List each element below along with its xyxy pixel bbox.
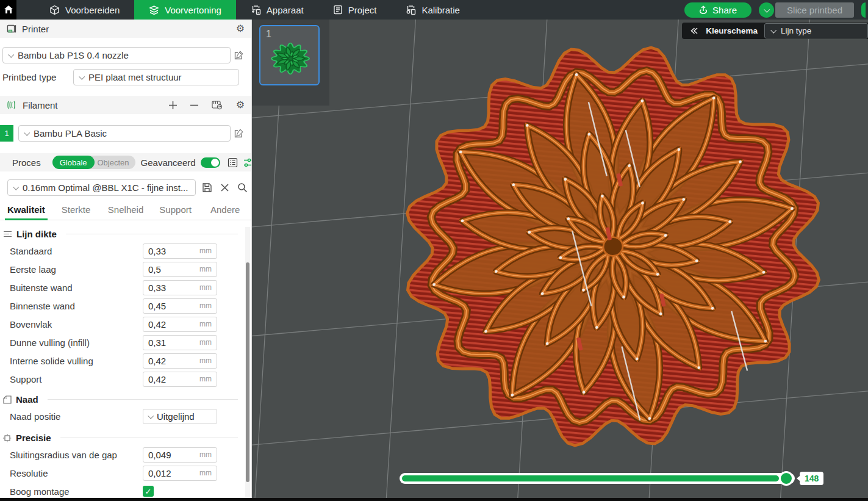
tune-icon[interactable] — [243, 157, 252, 168]
bottom-strip — [0, 498, 868, 501]
setting-input[interactable]: 0,42mm — [143, 372, 217, 387]
clear-preset-icon[interactable] — [221, 184, 229, 192]
printer-section-header: Printer ⚙ — [0, 20, 251, 38]
process-section-header: Proces Globale Objecten Geavanceerd — [0, 153, 251, 171]
sidebar-scrollbar-thumb[interactable] — [246, 262, 249, 482]
chevron-down-icon — [770, 27, 777, 34]
filament-section-header: Filament ⚙ — [0, 96, 251, 114]
parameter-list-icon[interactable] — [228, 157, 238, 168]
process-section-title: Proces — [12, 157, 41, 168]
search-icon[interactable] — [237, 182, 248, 193]
seam-position-select[interactable]: Uitgelijnd — [143, 409, 217, 424]
tab-snelheid[interactable]: Snelheid — [101, 204, 151, 220]
bambu-studio-window: Voorbereiden Voorvertoning Apparaat Proj… — [0, 0, 868, 501]
section-divider — [66, 234, 238, 234]
setting-label: Bovenvlak — [10, 319, 52, 330]
printer-edit-button[interactable] — [231, 51, 246, 60]
setting-unit: mm — [199, 338, 212, 347]
collapse-double-chevron-icon[interactable] — [690, 27, 699, 35]
setting-label: Naad positie — [10, 411, 60, 422]
scope-global-option[interactable]: Globale — [52, 156, 95, 169]
remove-filament-icon[interactable] — [190, 101, 198, 109]
save-preset-icon[interactable] — [202, 182, 212, 193]
filament-preset-select[interactable]: Bambu PLA Basic — [18, 125, 231, 142]
home-button[interactable] — [0, 0, 16, 20]
sliced-model-preview — [252, 20, 868, 498]
section-divider — [60, 438, 238, 438]
tab-kwaliteit[interactable]: Kwaliteit — [1, 204, 51, 220]
filament-settings-gear-icon[interactable]: ⚙ — [236, 100, 245, 110]
tab-andere[interactable]: Andere — [200, 204, 250, 220]
setting-input[interactable]: 0,5mm — [143, 262, 217, 277]
setting-unit: mm — [199, 265, 212, 273]
tab-sterkte[interactable]: Sterkte — [51, 204, 101, 220]
share-label: Share — [712, 5, 737, 15]
advanced-toggle[interactable] — [201, 157, 220, 168]
scope-objects-option[interactable]: Objecten — [95, 158, 135, 167]
setting-input[interactable]: 0,31mm — [143, 335, 217, 350]
filament-edit-button[interactable] — [231, 129, 246, 139]
tab-apparaat[interactable]: Apparaat — [236, 0, 318, 20]
slice-printbed-button[interactable]: Slice printbed — [775, 2, 854, 18]
tab-voorvertoning[interactable]: Voorvertoning — [134, 0, 236, 20]
setting-input[interactable]: 0,012mm — [143, 466, 217, 481]
bed-type-label: Printbed type — [2, 72, 73, 82]
setting-value: Uitgelijnd — [157, 411, 195, 422]
viewport-3d[interactable]: 1 Kleurschema Lijn type 148 — [252, 20, 868, 498]
setting-input[interactable]: 0,33mm — [143, 280, 217, 295]
tab-kalibratie[interactable]: Kalibratie — [391, 0, 475, 20]
setting-row: Sluitingsradius van de gap0,049mm — [0, 445, 251, 464]
tab-support[interactable]: Support — [151, 204, 201, 220]
setting-row: Binnenste wand0,45mm — [0, 297, 251, 315]
chevron-down-icon — [79, 74, 85, 80]
plate-number: 1 — [266, 29, 271, 40]
precision-section-header: Precisie — [0, 430, 251, 445]
print-button-edge[interactable] — [861, 2, 866, 18]
ams-icon[interactable] — [212, 100, 223, 110]
share-icon — [699, 5, 708, 15]
layer-slider-fill — [402, 475, 779, 481]
bed-type-select[interactable]: PEI plaat met structuur — [73, 69, 239, 85]
process-tabs: Kwaliteit Sterkte Snelheid Support Ander… — [0, 203, 251, 220]
setting-unit: mm — [199, 469, 212, 477]
setting-input[interactable]: 0,33mm — [143, 243, 217, 259]
arc-fitting-checkbox[interactable]: ✓ — [143, 486, 154, 497]
slice-dropdown-button[interactable] — [759, 2, 774, 18]
line-width-icon — [3, 230, 12, 238]
line-width-section-header: Lijn dikte — [0, 226, 251, 242]
tab-voorbereiden[interactable]: Voorbereiden — [35, 0, 134, 20]
setting-input[interactable]: 0,42mm — [143, 353, 217, 369]
setting-input[interactable]: 0,049mm — [143, 447, 217, 463]
add-filament-icon[interactable] — [169, 101, 177, 109]
setting-value: 0,42 — [148, 319, 166, 330]
line-type-select[interactable]: Lijn type — [764, 23, 868, 38]
share-button[interactable]: Share — [684, 2, 751, 18]
setting-label: Dunne vulling (infill) — [10, 337, 90, 348]
setting-unit: mm — [199, 247, 212, 255]
process-preset-select[interactable]: 0.16mm Optimal @BBL X1C - fijne inst... — [7, 179, 196, 196]
setting-label: Buitenste wand — [10, 283, 73, 293]
setting-value: 0,5 — [148, 264, 161, 275]
printer-settings-gear-icon[interactable]: ⚙ — [236, 24, 245, 34]
filament-slot-badge[interactable]: 1 — [0, 125, 13, 142]
setting-row: Eerste laag0,5mm — [0, 260, 251, 278]
setting-value: 0,31 — [148, 337, 166, 348]
edit-icon — [234, 129, 243, 139]
setting-row: Buitenste wand0,33mm — [0, 278, 251, 297]
section-title: Lijn dikte — [16, 229, 57, 239]
tab-project[interactable]: Project — [318, 0, 392, 20]
filament-section-title: Filament — [23, 100, 58, 110]
preview-layers-icon — [149, 5, 159, 15]
setting-unit: mm — [199, 356, 212, 365]
layer-slider-knob[interactable] — [779, 471, 794, 486]
setting-input[interactable]: 0,45mm — [143, 298, 217, 314]
setting-input[interactable]: 0,42mm — [143, 317, 217, 332]
plate-thumbnail[interactable]: 1 — [259, 25, 320, 85]
setting-row: Interne solide vulling0,42mm — [0, 351, 251, 370]
device-icon — [251, 5, 261, 15]
section-divider — [48, 399, 238, 400]
printer-preset-select[interactable]: Bambu Lab P1S 0.4 nozzle — [2, 47, 231, 63]
scope-toggle[interactable]: Globale Objecten — [52, 156, 135, 169]
setting-value: 0,42 — [148, 356, 166, 366]
home-icon — [4, 5, 13, 15]
